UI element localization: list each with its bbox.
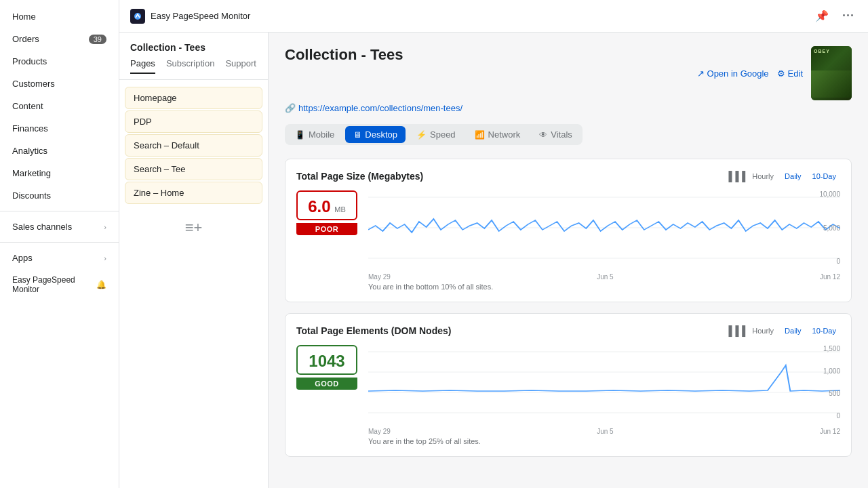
- page-size-chart-area: 10,000 5,000 0 May 29 Jun 5 Jun 12: [368, 190, 840, 291]
- pages-panel-header: Collection - Tees: [119, 33, 268, 58]
- page-size-badge: 6.0 MB POOR: [296, 190, 357, 235]
- sidebar-item-easy-pagespeed[interactable]: Easy PageSpeed Monitor 🔔: [4, 270, 115, 300]
- sidebar: Home Orders 39 Products Customers Conten…: [0, 0, 119, 488]
- detail-title: Collection - Tees: [285, 46, 403, 64]
- add-page-button[interactable]: ≡+: [119, 211, 268, 245]
- page-size-body: 6.0 MB POOR: [296, 190, 840, 291]
- pages-list: Homepage PDP Search – Default Search – T…: [119, 80, 268, 211]
- link-icon: 🔗: [285, 103, 296, 113]
- edit-button[interactable]: ⚙ Edit: [777, 68, 803, 79]
- page-thumbnail: OBEY: [811, 46, 852, 100]
- sidebar-item-discounts[interactable]: Discounts: [4, 185, 115, 206]
- page-size-note: You are in the bottom 10% of all sites.: [368, 283, 840, 291]
- content-area: Collection - Tees Pages Subscription Sup…: [119, 33, 868, 488]
- page-size-hourly-btn[interactable]: Hourly: [748, 170, 778, 182]
- external-link-icon: ↗: [697, 68, 705, 79]
- topbar-title: Easy PageSpeed Monitor: [151, 11, 250, 21]
- pages-panel: Collection - Tees Pages Subscription Sup…: [119, 33, 269, 488]
- dom-nodes-chart-area: 1,500 1,000 500 0 May 29 Jun 5 Jun 12: [368, 345, 840, 445]
- gear-icon: ⚙: [777, 68, 785, 79]
- page-item-zine-home[interactable]: Zine – Home: [125, 182, 262, 204]
- main-area: Easy PageSpeed Monitor 📌 ··· Collection …: [119, 0, 868, 488]
- page-size-chart: 10,000 5,000 0 May 29 Jun 5 Jun 12: [368, 190, 840, 279]
- tab-speed[interactable]: ⚡ Speed: [408, 126, 464, 143]
- sidebar-item-finances[interactable]: Finances: [4, 118, 115, 139]
- dom-nodes-header: Total Page Elements (DOM Nodes) ▐▐▐ Hour…: [296, 325, 840, 337]
- chevron-right-icon: ›: [104, 223, 106, 231]
- pages-panel-tabs: Pages Subscription Support: [119, 58, 268, 80]
- open-in-google-button[interactable]: ↗ Open in Google: [697, 68, 769, 79]
- dom-nodes-title: Total Page Elements (DOM Nodes): [296, 325, 451, 336]
- page-size-section: Total Page Size (Megabytes) ▐▐▐ Hourly D…: [285, 159, 852, 302]
- dom-nodes-svg: [368, 345, 840, 420]
- desktop-icon: 🖥: [353, 130, 361, 140]
- sidebar-divider-2: [0, 242, 119, 243]
- page-size-y-labels: 10,000 5,000 0: [819, 190, 840, 265]
- page-size-daily-btn[interactable]: Daily: [781, 170, 805, 182]
- chart-bars-icon: ▐▐▐: [726, 171, 746, 182]
- mobile-icon: 📱: [295, 130, 305, 140]
- tab-desktop[interactable]: 🖥 Desktop: [345, 126, 406, 143]
- sidebar-item-content[interactable]: Content: [4, 96, 115, 117]
- chart-bars-icon-2: ▐▐▐: [726, 325, 746, 336]
- page-size-10day-btn[interactable]: 10-Day: [808, 170, 840, 182]
- dom-nodes-controls: ▐▐▐ Hourly Daily 10-Day: [726, 325, 840, 337]
- pin-button[interactable]: 📌: [812, 7, 831, 25]
- dom-nodes-section: Total Page Elements (DOM Nodes) ▐▐▐ Hour…: [285, 313, 852, 457]
- topbar: Easy PageSpeed Monitor 📌 ···: [119, 0, 868, 33]
- page-size-x-labels: May 29 Jun 5 Jun 12: [368, 273, 840, 281]
- page-size-controls: ▐▐▐ Hourly Daily 10-Day: [726, 170, 840, 182]
- page-size-value-box: 6.0 MB: [296, 190, 357, 220]
- sidebar-item-analytics[interactable]: Analytics: [4, 140, 115, 161]
- dom-nodes-body: 1043 GOOD: [296, 345, 840, 445]
- tab-pages[interactable]: Pages: [130, 58, 155, 74]
- page-size-status-label: POOR: [296, 223, 357, 235]
- dom-nodes-status-label: GOOD: [296, 378, 357, 390]
- detail-url-link[interactable]: https://example.com/collections/men-tees…: [298, 103, 462, 113]
- page-item-pdp[interactable]: PDP: [125, 110, 262, 133]
- tab-subscription[interactable]: Subscription: [166, 58, 215, 74]
- app-icon: [130, 9, 145, 24]
- more-button[interactable]: ···: [840, 6, 857, 26]
- dom-nodes-daily-btn[interactable]: Daily: [781, 325, 805, 337]
- tab-support[interactable]: Support: [225, 58, 256, 74]
- page-item-search-default[interactable]: Search – Default: [125, 134, 262, 157]
- sidebar-divider-1: [0, 211, 119, 211]
- sidebar-item-customers[interactable]: Customers: [4, 73, 115, 94]
- topbar-left: Easy PageSpeed Monitor: [130, 9, 250, 24]
- dom-nodes-10day-btn[interactable]: 10-Day: [808, 325, 840, 337]
- sidebar-app-label: Easy PageSpeed Monitor: [12, 275, 96, 294]
- page-size-number: 6.0: [308, 197, 330, 216]
- sidebar-item-apps[interactable]: Apps ›: [4, 247, 115, 268]
- dom-nodes-number: 1043: [309, 352, 344, 370]
- page-size-svg: [368, 190, 840, 265]
- dom-nodes-note: You are in the top 25% of all sites.: [368, 437, 840, 445]
- page-size-unit: MB: [334, 205, 346, 214]
- dom-nodes-value-box: 1043: [296, 345, 357, 375]
- bell-icon: 🔔: [96, 280, 106, 289]
- tab-mobile[interactable]: 📱 Mobile: [287, 126, 342, 143]
- add-icon: ≡+: [185, 219, 203, 237]
- page-item-search-tee[interactable]: Search – Tee: [125, 158, 262, 180]
- detail-tabs: 📱 Mobile 🖥 Desktop ⚡ Speed 📶 Network 👁: [285, 124, 583, 145]
- tab-vitals[interactable]: 👁 Vitals: [531, 126, 580, 143]
- topbar-right: 📌 ···: [812, 6, 857, 26]
- sidebar-item-home[interactable]: Home: [4, 6, 115, 27]
- page-size-title: Total Page Size (Megabytes): [296, 171, 423, 182]
- detail-header-actions: ↗ Open in Google ⚙ Edit OBEY: [697, 46, 852, 100]
- dom-nodes-hourly-btn[interactable]: Hourly: [748, 325, 778, 337]
- tab-network[interactable]: 📶 Network: [467, 126, 529, 143]
- detail-header: Collection - Tees ↗ Open in Google ⚙ Edi…: [285, 46, 852, 100]
- page-size-header: Total Page Size (Megabytes) ▐▐▐ Hourly D…: [296, 170, 840, 182]
- sidebar-item-sales-channels[interactable]: Sales channels ›: [4, 216, 115, 237]
- page-item-homepage[interactable]: Homepage: [125, 87, 262, 109]
- speed-icon: ⚡: [416, 130, 427, 140]
- sidebar-item-orders[interactable]: Orders 39: [4, 28, 115, 49]
- network-icon: 📶: [475, 130, 485, 140]
- detail-panel: Collection - Tees ↗ Open in Google ⚙ Edi…: [269, 33, 868, 488]
- sidebar-item-products[interactable]: Products: [4, 51, 115, 72]
- vitals-icon: 👁: [539, 130, 547, 140]
- dom-nodes-x-labels: May 29 Jun 5 Jun 12: [368, 428, 840, 435]
- sidebar-item-marketing[interactable]: Marketing: [4, 163, 115, 184]
- dom-nodes-y-labels: 1,500 1,000 500 0: [823, 345, 840, 420]
